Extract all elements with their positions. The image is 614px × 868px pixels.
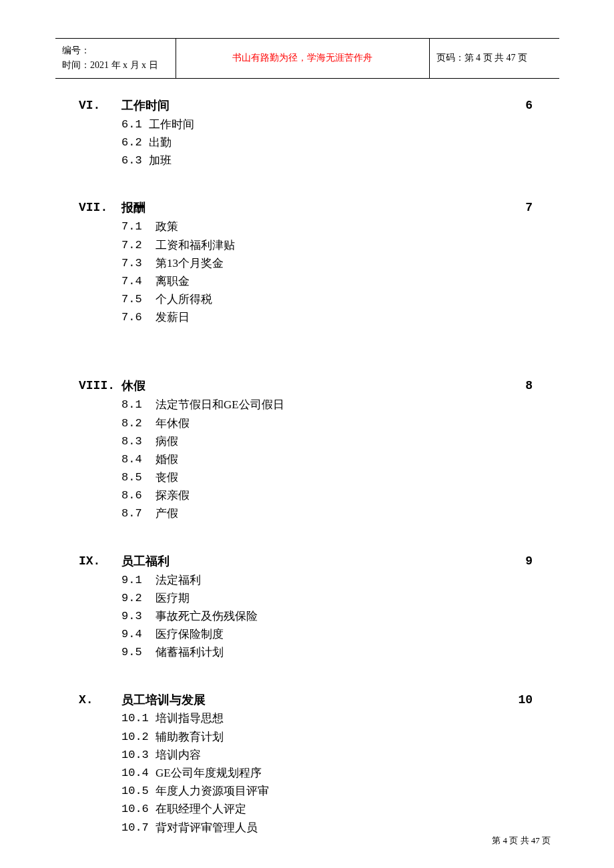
toc-subitem: 8.1 法定节假日和GE公司假日 bbox=[121, 396, 533, 414]
toc-subitem-text: 法定福利 bbox=[156, 571, 201, 589]
toc-subitem: 8.4 婚假 bbox=[121, 450, 533, 468]
toc-section-header: X.员工培训与发展10 bbox=[79, 691, 533, 710]
toc-subitem-text: 探亲假 bbox=[156, 486, 190, 504]
toc-subitem: 7.2 工资和福利津贴 bbox=[121, 236, 533, 254]
toc-subitem: 7.5 个人所得税 bbox=[121, 290, 533, 308]
toc-subitem: 8.6 探亲假 bbox=[121, 486, 533, 504]
toc-subitem-number: 6.1 bbox=[121, 115, 149, 133]
toc-subitem-text: 培训指导思想 bbox=[156, 709, 224, 727]
toc-subitem: 9.2 医疗期 bbox=[121, 589, 533, 607]
toc-subitem-text: GE公司年度规划程序 bbox=[156, 764, 262, 782]
toc-subitem-text: 出勤 bbox=[149, 133, 172, 151]
toc-subitem: 9.4 医疗保险制度 bbox=[121, 625, 533, 643]
toc-subitem: 7.1 政策 bbox=[121, 218, 533, 236]
toc-section-title: 员工福利 bbox=[121, 552, 506, 571]
toc-subitem-text: 医疗期 bbox=[156, 589, 190, 607]
toc-subitem-text: 离职金 bbox=[156, 272, 190, 290]
toc-subitem-number: 8.2 bbox=[121, 414, 156, 432]
toc-subitem-number: 7.6 bbox=[121, 308, 156, 326]
toc-subitem: 10.1 培训指导思想 bbox=[121, 709, 533, 727]
footer-page: 第 4 页 共 47 页 bbox=[492, 835, 551, 847]
toc-subitem-number: 10.3 bbox=[121, 746, 156, 764]
toc-subitem: 10.5 年度人力资源项目评审 bbox=[121, 782, 533, 800]
header-table: 编号： 时间：2021 年 x 月 x 日 书山有路勤为径，学海无涯苦作舟 页码… bbox=[55, 38, 559, 79]
toc-subitem: 10.2 辅助教育计划 bbox=[121, 728, 533, 746]
toc-subitems: 6.1 工作时间6.2 出勤6.3 加班 bbox=[121, 115, 533, 170]
toc-section-header: VII.报酬7 bbox=[79, 199, 533, 218]
toc-subitem-text: 背对背评审管理人员 bbox=[156, 819, 258, 837]
toc-subitem-text: 在职经理个人评定 bbox=[156, 800, 246, 818]
toc-subitem: 8.5 丧假 bbox=[121, 468, 533, 486]
toc-subitem: 8.2 年休假 bbox=[121, 414, 533, 432]
toc-subitem-text: 产假 bbox=[156, 504, 178, 522]
toc-subitem: 7.6 发薪日 bbox=[121, 308, 533, 326]
toc-subitem: 9.5 储蓄福利计划 bbox=[121, 643, 533, 661]
toc-subitem-number: 7.1 bbox=[121, 218, 156, 236]
toc-subitem-number: 9.2 bbox=[121, 589, 156, 607]
toc-section: IX.员工福利99.1 法定福利9.2 医疗期9.3 事故死亡及伤残保险9.4 … bbox=[79, 552, 533, 662]
toc-subitem-number: 8.3 bbox=[121, 432, 156, 450]
toc-subitem-number: 8.1 bbox=[121, 396, 156, 414]
toc-section-header: VIII.休假8 bbox=[79, 377, 533, 396]
toc-subitem-text: 年度人力资源项目评审 bbox=[156, 782, 269, 800]
toc-section-header: IX.员工福利9 bbox=[79, 552, 533, 571]
toc-subitem-text: 法定节假日和GE公司假日 bbox=[156, 396, 284, 414]
toc-subitem: 8.7 产假 bbox=[121, 504, 533, 522]
toc-subitem-number: 8.5 bbox=[121, 468, 156, 486]
toc-roman-numeral: VI. bbox=[79, 97, 121, 115]
toc-subitems: 9.1 法定福利9.2 医疗期9.3 事故死亡及伤残保险9.4 医疗保险制度9.… bbox=[121, 571, 533, 662]
toc-subitem-text: 年休假 bbox=[156, 414, 190, 432]
toc-subitem-number: 10.4 bbox=[121, 764, 156, 782]
toc-content: VI.工作时间66.1 工作时间6.2 出勤6.3 加班VII.报酬77.1 政… bbox=[79, 97, 533, 846]
toc-subitem-number: 9.3 bbox=[121, 607, 156, 625]
toc-subitem-number: 7.4 bbox=[121, 272, 156, 290]
toc-subitem: 6.3 加班 bbox=[121, 151, 533, 169]
toc-subitem-number: 7.5 bbox=[121, 290, 156, 308]
toc-page-number: 9 bbox=[506, 552, 533, 571]
toc-subitem-text: 加班 bbox=[149, 151, 172, 169]
section-spacer bbox=[79, 179, 533, 199]
toc-subitem-number: 10.6 bbox=[121, 800, 156, 818]
toc-subitem-number: 7.3 bbox=[121, 254, 156, 272]
toc-subitem: 6.1 工作时间 bbox=[121, 115, 533, 133]
toc-section-title: 员工培训与发展 bbox=[121, 691, 506, 710]
toc-subitem-number: 7.2 bbox=[121, 236, 156, 254]
toc-subitem: 6.2 出勤 bbox=[121, 133, 533, 151]
toc-subitem-text: 婚假 bbox=[156, 450, 178, 468]
toc-subitem-number: 8.6 bbox=[121, 486, 156, 504]
toc-section: X.员工培训与发展1010.1 培训指导思想10.2 辅助教育计划10.3 培训… bbox=[79, 691, 533, 837]
toc-roman-numeral: VIII. bbox=[79, 377, 121, 396]
toc-subitem-text: 病假 bbox=[156, 432, 178, 450]
header-motto: 书山有路勤为径，学海无涯苦作舟 bbox=[176, 39, 429, 79]
toc-subitem-number: 10.1 bbox=[121, 709, 156, 727]
toc-page-number: 10 bbox=[506, 691, 533, 710]
section-spacer bbox=[79, 532, 533, 552]
toc-subitem-text: 医疗保险制度 bbox=[156, 625, 224, 643]
toc-page-number: 6 bbox=[506, 97, 533, 115]
doc-id-label: 编号： bbox=[62, 43, 169, 58]
toc-subitem-number: 8.4 bbox=[121, 450, 156, 468]
toc-subitem: 9.1 法定福利 bbox=[121, 571, 533, 589]
toc-subitem-text: 工作时间 bbox=[149, 115, 194, 133]
toc-subitems: 8.1 法定节假日和GE公司假日8.2 年休假8.3 病假8.4 婚假8.5 丧… bbox=[121, 396, 533, 522]
toc-subitem-number: 9.1 bbox=[121, 571, 156, 589]
toc-roman-numeral: IX. bbox=[79, 552, 121, 571]
toc-subitem: 10.4 GE公司年度规划程序 bbox=[121, 764, 533, 782]
toc-subitem-text: 储蓄福利计划 bbox=[156, 643, 224, 661]
toc-section-title: 休假 bbox=[121, 377, 506, 396]
toc-section: VIII.休假88.1 法定节假日和GE公司假日8.2 年休假8.3 病假8.4… bbox=[79, 377, 533, 522]
toc-subitems: 7.1 政策7.2 工资和福利津贴7.3 第13个月奖金7.4 离职金7.5 个… bbox=[121, 218, 533, 326]
toc-roman-numeral: X. bbox=[79, 691, 121, 710]
toc-subitem-text: 政策 bbox=[156, 218, 178, 236]
toc-subitem-number: 6.3 bbox=[121, 151, 149, 169]
toc-subitem-number: 9.5 bbox=[121, 643, 156, 661]
toc-section-header: VI.工作时间6 bbox=[79, 97, 533, 115]
toc-subitem-number: 8.7 bbox=[121, 504, 156, 522]
toc-section-title: 报酬 bbox=[121, 199, 506, 218]
toc-roman-numeral: VII. bbox=[79, 199, 121, 218]
toc-subitem-number: 9.4 bbox=[121, 625, 156, 643]
header-left-cell: 编号： 时间：2021 年 x 月 x 日 bbox=[55, 39, 176, 79]
toc-subitem-text: 个人所得税 bbox=[156, 290, 212, 308]
toc-subitem: 9.3 事故死亡及伤残保险 bbox=[121, 607, 533, 625]
toc-subitem-text: 丧假 bbox=[156, 468, 178, 486]
